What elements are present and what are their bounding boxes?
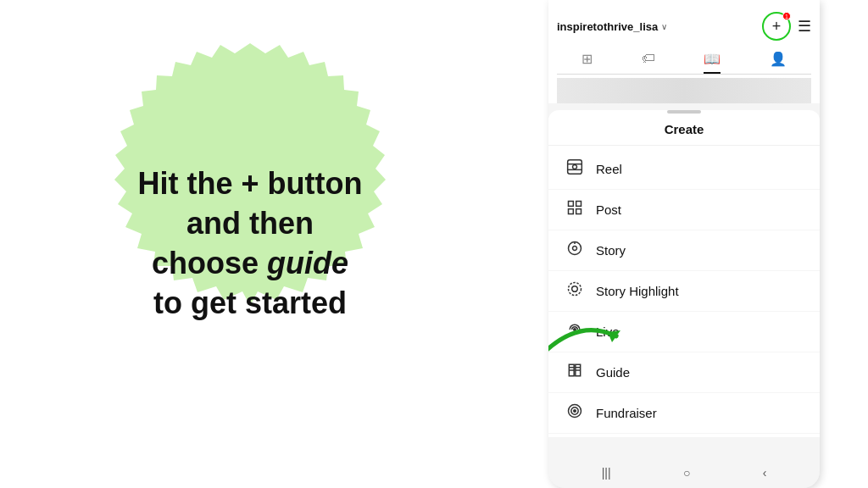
tab-guide[interactable]: 📖 — [704, 51, 721, 74]
starburst-text: Hit the + button and then choose guide t… — [104, 147, 397, 340]
starburst: Hit the + button and then choose guide t… — [47, 32, 453, 456]
svg-rect-6 — [576, 202, 581, 207]
left-panel: Hit the + button and then choose guide t… — [0, 0, 500, 488]
svg-rect-1 — [568, 160, 582, 175]
tab-user[interactable]: 👤 — [770, 51, 787, 74]
instruction-line2: and then — [138, 204, 363, 244]
instruction-line3: choose guide — [138, 244, 363, 284]
plus-icon: + — [772, 19, 782, 34]
phone-nav: ||| ○ ‹ — [548, 458, 820, 488]
fundraiser-icon — [565, 402, 584, 424]
profile-row: inspiretothrive_lisa ∨ + 1 ☰ — [557, 7, 811, 46]
svg-rect-8 — [576, 209, 581, 214]
menu-item-post[interactable]: Post — [548, 190, 820, 230]
svg-rect-5 — [569, 202, 574, 207]
svg-marker-22 — [608, 330, 620, 342]
tab-grid[interactable]: ⊞ — [581, 51, 593, 74]
reel-icon — [565, 158, 584, 180]
menu-item-fundraiser[interactable]: Fundraiser — [548, 393, 820, 434]
nav-home[interactable]: ○ — [683, 466, 690, 480]
menu-item-story[interactable]: Story — [548, 230, 820, 271]
right-panel: inspiretothrive_lisa ∨ + 1 ☰ ⊞ 🏷 📖 👤 — [500, 0, 868, 488]
svg-rect-7 — [569, 209, 574, 214]
menu-item-reel[interactable]: Reel — [548, 149, 820, 190]
arrow-overlay — [548, 290, 633, 378]
svg-point-21 — [574, 410, 576, 413]
arrow-svg — [548, 290, 633, 374]
instruction-line4: to get started — [138, 284, 363, 324]
create-title: Create — [548, 117, 820, 146]
ig-header: inspiretothrive_lisa ∨ + 1 ☰ ⊞ 🏷 📖 👤 — [548, 0, 820, 103]
chevron-icon: ∨ — [661, 22, 667, 31]
phone-mockup: inspiretothrive_lisa ∨ + 1 ☰ ⊞ 🏷 📖 👤 — [548, 0, 820, 488]
sheet-handle — [667, 110, 701, 114]
svg-point-2 — [573, 165, 577, 169]
reel-label: Reel — [596, 162, 622, 176]
hamburger-icon[interactable]: ☰ — [798, 17, 811, 36]
story-icon — [565, 240, 584, 261]
post-label: Post — [596, 202, 621, 217]
ig-tabs: ⊞ 🏷 📖 👤 — [557, 46, 811, 75]
fundraiser-label: Fundraiser — [596, 406, 657, 420]
instruction-line1: Hit the + button — [138, 164, 363, 204]
story-label: Story — [596, 243, 626, 258]
post-icon — [565, 199, 584, 220]
header-actions: + 1 ☰ — [762, 12, 811, 41]
tab-tagged[interactable]: 🏷 — [642, 51, 655, 74]
profile-strip — [557, 78, 811, 103]
nav-recents[interactable]: ||| — [602, 466, 611, 480]
plus-button[interactable]: + 1 — [762, 12, 791, 41]
create-menu: Create Reel Post — [548, 110, 820, 437]
username: inspiretothrive_lisa — [557, 20, 658, 33]
svg-point-10 — [573, 247, 577, 251]
notification-badge: 1 — [782, 12, 791, 20]
nav-back[interactable]: ‹ — [763, 466, 767, 480]
